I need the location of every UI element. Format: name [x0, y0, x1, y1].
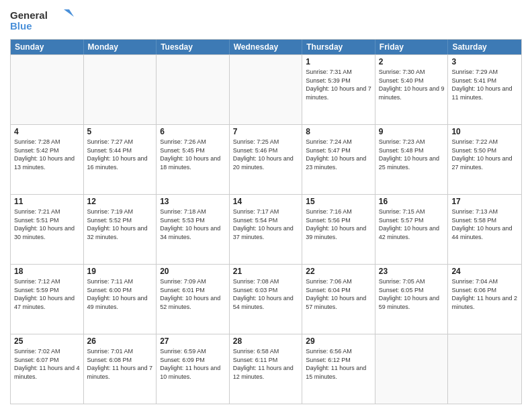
day-info: Sunrise: 7:28 AMSunset: 5:42 PMDaylight:… [14, 138, 80, 171]
cal-cell: 24Sunrise: 7:04 AMSunset: 6:06 PMDayligh… [448, 265, 521, 334]
day-info: Sunrise: 7:02 AMSunset: 6:07 PMDaylight:… [14, 347, 80, 381]
cal-cell: 13Sunrise: 7:18 AMSunset: 5:53 PMDayligh… [157, 195, 230, 264]
day-number: 24 [451, 267, 518, 276]
day-number: 6 [160, 127, 226, 136]
cal-cell [448, 334, 521, 404]
header-day-sunday: Sunday [11, 40, 84, 54]
day-number: 9 [379, 127, 445, 136]
header-day-wednesday: Wednesday [230, 40, 303, 54]
cal-cell: 12Sunrise: 7:19 AMSunset: 5:52 PMDayligh… [84, 195, 157, 264]
cal-cell: 18Sunrise: 7:12 AMSunset: 5:59 PMDayligh… [11, 265, 84, 334]
cal-cell [84, 55, 157, 124]
cal-cell: 22Sunrise: 7:06 AMSunset: 6:04 PMDayligh… [302, 265, 375, 334]
day-number: 15 [306, 197, 371, 206]
day-info: Sunrise: 7:04 AMSunset: 6:06 PMDaylight:… [451, 277, 518, 311]
page: General Blue SundayMondayTuesdayWednesda… [0, 0, 532, 411]
day-info: Sunrise: 7:27 AMSunset: 5:44 PMDaylight:… [87, 138, 153, 171]
cal-cell: 2Sunrise: 7:30 AMSunset: 5:40 PMDaylight… [375, 55, 449, 124]
cal-cell: 9Sunrise: 7:23 AMSunset: 5:48 PMDaylight… [375, 125, 449, 194]
cal-cell [230, 55, 303, 124]
day-info: Sunrise: 7:15 AMSunset: 5:57 PMDaylight:… [379, 208, 445, 241]
calendar: SundayMondayTuesdayWednesdayThursdayFrid… [10, 39, 522, 404]
day-info: Sunrise: 7:23 AMSunset: 5:48 PMDaylight:… [379, 138, 445, 171]
day-number: 27 [160, 336, 226, 346]
header-day-monday: Monday [84, 40, 157, 54]
day-info: Sunrise: 6:59 AMSunset: 6:09 PMDaylight:… [160, 347, 226, 381]
svg-text:Blue: Blue [10, 20, 32, 32]
day-info: Sunrise: 7:09 AMSunset: 6:01 PMDaylight:… [160, 277, 226, 311]
cal-cell: 4Sunrise: 7:28 AMSunset: 5:42 PMDaylight… [11, 125, 84, 194]
week-row-4: 25Sunrise: 7:02 AMSunset: 6:07 PMDayligh… [11, 334, 521, 404]
svg-text:General: General [10, 9, 48, 21]
header-day-saturday: Saturday [448, 40, 521, 54]
day-number: 25 [14, 336, 80, 346]
day-number: 16 [379, 197, 445, 206]
week-row-3: 18Sunrise: 7:12 AMSunset: 5:59 PMDayligh… [11, 264, 521, 334]
day-number: 14 [233, 197, 299, 206]
day-info: Sunrise: 7:19 AMSunset: 5:52 PMDaylight:… [87, 208, 153, 241]
calendar-header: SundayMondayTuesdayWednesdayThursdayFrid… [11, 40, 521, 54]
cal-cell: 14Sunrise: 7:17 AMSunset: 5:54 PMDayligh… [230, 195, 303, 264]
day-info: Sunrise: 7:16 AMSunset: 5:56 PMDaylight:… [306, 208, 371, 241]
logo: General Blue [10, 7, 77, 35]
day-number: 2 [379, 57, 445, 66]
day-number: 17 [451, 197, 518, 206]
week-row-0: 1Sunrise: 7:31 AMSunset: 5:39 PMDaylight… [11, 54, 521, 124]
day-info: Sunrise: 7:06 AMSunset: 6:04 PMDaylight:… [306, 277, 371, 311]
cal-cell: 26Sunrise: 7:01 AMSunset: 6:08 PMDayligh… [84, 334, 157, 404]
day-info: Sunrise: 7:08 AMSunset: 6:03 PMDaylight:… [233, 277, 299, 311]
day-number: 12 [87, 197, 153, 206]
cal-cell: 20Sunrise: 7:09 AMSunset: 6:01 PMDayligh… [157, 265, 230, 334]
cal-cell: 28Sunrise: 6:58 AMSunset: 6:11 PMDayligh… [230, 334, 303, 404]
cal-cell: 7Sunrise: 7:25 AMSunset: 5:46 PMDaylight… [230, 125, 303, 194]
day-number: 21 [233, 267, 299, 276]
day-info: Sunrise: 7:25 AMSunset: 5:46 PMDaylight:… [233, 138, 299, 171]
day-info: Sunrise: 7:01 AMSunset: 6:08 PMDaylight:… [87, 347, 153, 381]
header-day-tuesday: Tuesday [157, 40, 230, 54]
day-number: 10 [451, 127, 518, 136]
day-number: 11 [14, 197, 80, 206]
day-number: 1 [306, 57, 371, 66]
day-number: 18 [14, 267, 80, 276]
cal-cell: 19Sunrise: 7:11 AMSunset: 6:00 PMDayligh… [84, 265, 157, 334]
day-number: 23 [379, 267, 445, 276]
day-number: 20 [160, 267, 226, 276]
cal-cell: 11Sunrise: 7:21 AMSunset: 5:51 PMDayligh… [11, 195, 84, 264]
day-number: 28 [233, 336, 299, 346]
day-info: Sunrise: 7:26 AMSunset: 5:45 PMDaylight:… [160, 138, 226, 171]
cal-cell: 15Sunrise: 7:16 AMSunset: 5:56 PMDayligh… [302, 195, 375, 264]
cal-cell: 21Sunrise: 7:08 AMSunset: 6:03 PMDayligh… [230, 265, 303, 334]
day-info: Sunrise: 7:24 AMSunset: 5:47 PMDaylight:… [306, 138, 371, 171]
day-info: Sunrise: 7:30 AMSunset: 5:40 PMDaylight:… [379, 68, 445, 101]
day-number: 26 [87, 336, 153, 346]
cal-cell: 27Sunrise: 6:59 AMSunset: 6:09 PMDayligh… [157, 334, 230, 404]
day-number: 29 [306, 336, 371, 346]
cal-cell: 6Sunrise: 7:26 AMSunset: 5:45 PMDaylight… [157, 125, 230, 194]
day-number: 8 [306, 127, 371, 136]
svg-marker-2 [64, 9, 74, 17]
day-info: Sunrise: 7:11 AMSunset: 6:00 PMDaylight:… [87, 277, 153, 311]
cal-cell: 5Sunrise: 7:27 AMSunset: 5:44 PMDaylight… [84, 125, 157, 194]
day-number: 7 [233, 127, 299, 136]
cal-cell: 1Sunrise: 7:31 AMSunset: 5:39 PMDaylight… [302, 55, 375, 124]
cal-cell: 23Sunrise: 7:05 AMSunset: 6:05 PMDayligh… [375, 265, 449, 334]
day-info: Sunrise: 7:13 AMSunset: 5:58 PMDaylight:… [451, 208, 518, 241]
cal-cell: 25Sunrise: 7:02 AMSunset: 6:07 PMDayligh… [11, 334, 84, 404]
cal-cell: 16Sunrise: 7:15 AMSunset: 5:57 PMDayligh… [375, 195, 449, 264]
day-info: Sunrise: 7:18 AMSunset: 5:53 PMDaylight:… [160, 208, 226, 241]
cal-cell: 29Sunrise: 6:56 AMSunset: 6:12 PMDayligh… [302, 334, 375, 404]
week-row-2: 11Sunrise: 7:21 AMSunset: 5:51 PMDayligh… [11, 194, 521, 264]
cal-cell: 8Sunrise: 7:24 AMSunset: 5:47 PMDaylight… [302, 125, 375, 194]
day-info: Sunrise: 7:12 AMSunset: 5:59 PMDaylight:… [14, 277, 80, 311]
day-info: Sunrise: 7:17 AMSunset: 5:54 PMDaylight:… [233, 208, 299, 241]
day-info: Sunrise: 7:21 AMSunset: 5:51 PMDaylight:… [14, 208, 80, 241]
day-info: Sunrise: 6:56 AMSunset: 6:12 PMDaylight:… [306, 347, 371, 381]
day-info: Sunrise: 7:31 AMSunset: 5:39 PMDaylight:… [306, 68, 371, 101]
cal-cell: 3Sunrise: 7:29 AMSunset: 5:41 PMDaylight… [448, 55, 521, 124]
day-info: Sunrise: 7:22 AMSunset: 5:50 PMDaylight:… [451, 138, 518, 171]
header-day-thursday: Thursday [302, 40, 375, 54]
day-number: 13 [160, 197, 226, 206]
cal-cell [375, 334, 449, 404]
cal-cell [11, 55, 84, 124]
day-info: Sunrise: 6:58 AMSunset: 6:11 PMDaylight:… [233, 347, 299, 381]
